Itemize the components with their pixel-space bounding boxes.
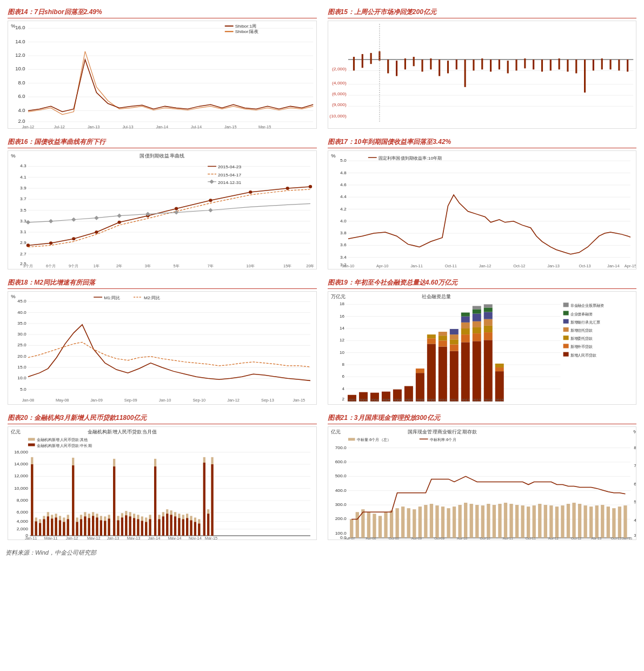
svg-text:Jan-14: Jan-14 — [156, 124, 168, 128]
svg-text:3.5: 3.5 — [20, 208, 26, 213]
svg-rect-445 — [389, 510, 393, 538]
svg-rect-480 — [589, 506, 593, 538]
chart14-title: 图表14：7日shibor回落至2.49% — [8, 8, 317, 18]
svg-rect-455 — [447, 508, 450, 538]
svg-text:M2:同比: M2:同比 — [144, 295, 160, 300]
svg-text:2006: 2006 — [393, 398, 402, 402]
svg-text:May-13: May-13 — [127, 536, 141, 540]
svg-text:16,000: 16,000 — [14, 450, 28, 455]
svg-rect-249 — [483, 326, 492, 332]
svg-point-95 — [49, 241, 52, 245]
svg-text:3.4: 3.4 — [340, 255, 347, 260]
svg-text:3.6: 3.6 — [340, 243, 347, 248]
svg-text:Jan-09: Jan-09 — [90, 398, 103, 403]
svg-text:10,000: 10,000 — [14, 486, 28, 491]
svg-text:3.9: 3.9 — [20, 186, 26, 190]
svg-text:8.00: 8.00 — [634, 445, 636, 450]
svg-rect-449 — [413, 509, 416, 538]
svg-text:15年: 15年 — [283, 264, 291, 268]
svg-rect-483 — [606, 506, 609, 538]
svg-text:Oct-11: Oct-11 — [444, 264, 456, 268]
svg-text:Apr-12: Apr-12 — [548, 536, 559, 540]
svg-rect-263 — [563, 327, 568, 332]
chart20-title: 图表20：金融机构3月新增人民币贷款11800亿元 — [8, 413, 317, 424]
svg-text:8,000: 8,000 — [17, 498, 28, 503]
svg-rect-371 — [154, 466, 156, 536]
svg-rect-461 — [481, 505, 484, 538]
svg-rect-241 — [472, 333, 481, 341]
svg-text:May-08: May-08 — [56, 398, 69, 403]
svg-rect-397 — [207, 514, 209, 536]
svg-rect-240 — [472, 341, 481, 402]
svg-rect-383 — [178, 518, 180, 535]
svg-text:25.0: 25.0 — [17, 343, 26, 348]
svg-text:35.0: 35.0 — [17, 321, 26, 326]
svg-text:6.00: 6.00 — [634, 482, 636, 486]
svg-text:3.00: 3.00 — [634, 533, 636, 538]
svg-text:3.1: 3.1 — [20, 229, 26, 234]
svg-text:Jan-11: Jan-11 — [25, 536, 37, 540]
svg-rect-462 — [487, 504, 490, 538]
svg-rect-351 — [113, 466, 115, 536]
svg-text:Jan-14: Jan-14 — [148, 536, 161, 540]
svg-text:新增人民币贷款: 新增人民币贷款 — [570, 353, 596, 358]
chart15-title: 图表15：上周公开市场净回笼200亿元 — [328, 8, 637, 18]
svg-rect-468 — [521, 505, 524, 538]
svg-rect-357 — [125, 515, 127, 536]
svg-text:Apr-13: Apr-13 — [591, 536, 601, 540]
svg-text:%: % — [11, 153, 15, 159]
svg-text:300.0: 300.0 — [335, 502, 346, 507]
svg-rect-447 — [401, 506, 404, 538]
svg-text:10.0: 10.0 — [15, 67, 25, 72]
svg-text:4,000: 4,000 — [17, 519, 28, 524]
svg-text:5.0: 5.0 — [20, 387, 26, 392]
svg-rect-227 — [438, 336, 447, 340]
svg-rect-248 — [483, 332, 492, 340]
svg-text:Jan-13: Jan-13 — [107, 536, 119, 540]
svg-rect-19 — [225, 31, 234, 32]
svg-rect-222 — [427, 344, 435, 402]
chart15-area: (2,000) (4,000) (6,000) (9,000) (10,000) — [328, 21, 637, 129]
svg-rect-259 — [563, 311, 568, 315]
svg-text:Jan-13: Jan-13 — [88, 124, 100, 128]
svg-rect-474 — [555, 506, 558, 538]
chart14-area: 16.0 14.0 12.0 10.0 8.0 6.0 4.0 2.0 % — [8, 21, 317, 129]
chart21-svg: 亿元 国库现金管理商业银行定期存款 % 中标量:6个月（左） 中标利率:6个月 … — [328, 427, 636, 540]
svg-text:Apr-10: Apr-10 — [376, 264, 388, 268]
svg-text:%: % — [331, 153, 335, 159]
svg-text:14: 14 — [340, 326, 344, 331]
svg-text:2009: 2009 — [427, 398, 436, 402]
svg-text:12: 12 — [340, 338, 344, 343]
svg-marker-108 — [94, 216, 98, 220]
svg-rect-367 — [145, 522, 147, 536]
svg-rect-485 — [618, 506, 621, 538]
svg-text:%: % — [11, 23, 15, 29]
svg-rect-247 — [483, 340, 492, 402]
svg-text:Jan-15: Jan-15 — [224, 124, 237, 128]
svg-rect-242 — [472, 327, 481, 333]
svg-rect-471 — [538, 504, 541, 538]
svg-text:社会融资总量: 社会融资总量 — [422, 294, 451, 299]
svg-rect-359 — [129, 516, 131, 536]
svg-text:8.0: 8.0 — [18, 80, 25, 85]
svg-rect-482 — [601, 505, 604, 538]
svg-rect-464 — [498, 504, 501, 538]
svg-rect-245 — [472, 309, 481, 313]
svg-text:2013: 2013 — [472, 398, 481, 402]
svg-text:3年: 3年 — [145, 264, 151, 268]
svg-text:2015: 2015 — [495, 398, 503, 402]
svg-text:中标利率:6个月: 中标利率:6个月 — [429, 438, 456, 443]
svg-text:400.0: 400.0 — [335, 488, 346, 493]
svg-text:7.00: 7.00 — [634, 463, 636, 468]
svg-text:Oct-08: Oct-08 — [388, 536, 399, 540]
svg-rect-375 — [162, 516, 164, 536]
main-container: 图表14：7日shibor回落至2.49% 16.0 14.0 12.0 10.… — [5, 5, 639, 557]
svg-rect-450 — [418, 506, 421, 538]
svg-rect-459 — [469, 504, 473, 538]
svg-rect-369 — [149, 519, 151, 535]
svg-rect-257 — [563, 302, 568, 307]
svg-text:2,000: 2,000 — [17, 527, 28, 531]
svg-text:亿元: 亿元 — [10, 429, 21, 435]
svg-rect-479 — [583, 505, 587, 538]
svg-point-101 — [209, 199, 212, 202]
